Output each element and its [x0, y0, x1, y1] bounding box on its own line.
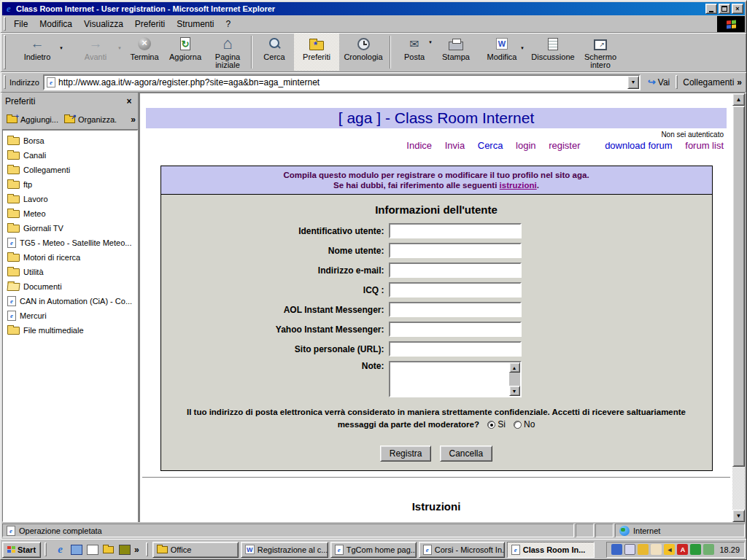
quicklaunch-channels-icon[interactable]: [70, 543, 82, 556]
istruzioni-link[interactable]: istruzioni: [500, 181, 537, 190]
sito-personale-input[interactable]: [389, 341, 522, 357]
mail-button[interactable]: ✉ Posta ▼: [393, 34, 436, 71]
identificativo-utente-input[interactable]: [389, 223, 522, 238]
favorite-item[interactable]: eCAN in Automation (CiA) - Co...: [3, 294, 137, 308]
menu-grip[interactable]: [4, 17, 6, 31]
cancella-button[interactable]: Cancella: [440, 446, 493, 462]
yahoo-messenger-input[interactable]: [389, 322, 522, 337]
task-registrazione[interactable]: W Registrazione al c...: [241, 542, 328, 558]
favorite-item[interactable]: Collegamenti: [3, 163, 137, 177]
print-button[interactable]: Stampa: [436, 34, 476, 71]
start-button[interactable]: Start: [2, 542, 41, 558]
favorite-item[interactable]: Giornali TV: [3, 221, 137, 236]
nav-register[interactable]: register: [549, 140, 580, 151]
nav-invia[interactable]: Invia: [445, 140, 465, 151]
quicklaunch-ie-icon[interactable]: e: [54, 543, 66, 556]
tray-network-icon[interactable]: [703, 544, 714, 555]
discuss-button[interactable]: Discussione: [527, 34, 578, 71]
nav-login[interactable]: login: [516, 140, 535, 151]
nav-download-forum[interactable]: download forum: [605, 140, 673, 151]
scroll-down-icon[interactable]: ▼: [732, 510, 745, 522]
edit-dropdown-icon[interactable]: ▼: [520, 44, 525, 52]
favorite-item[interactable]: Meteo: [3, 206, 137, 221]
fullscreen-button[interactable]: ↗ Schermo intero: [578, 34, 622, 71]
back-dropdown-icon[interactable]: ▼: [59, 44, 63, 52]
menu-file[interactable]: File: [8, 17, 34, 31]
back-button[interactable]: ← Indietro ▼: [8, 34, 66, 71]
menu-help[interactable]: ?: [220, 17, 237, 31]
quicklaunch-folder-icon[interactable]: [102, 543, 115, 556]
page-scrollbar[interactable]: ▲ ▼: [732, 93, 745, 522]
favorite-item[interactable]: Motori di ricerca: [3, 250, 137, 265]
edit-button[interactable]: W Modifica ▼: [476, 34, 527, 71]
aol-messenger-input[interactable]: [389, 302, 522, 317]
stop-button[interactable]: Termina: [125, 34, 164, 71]
add-favorite-button[interactable]: + Aggiungi...: [4, 114, 61, 125]
favorite-item[interactable]: Utilità: [3, 265, 137, 279]
scroll-track[interactable]: [732, 467, 745, 510]
quicklaunch-tv-icon[interactable]: [118, 543, 131, 556]
tray-display-icon[interactable]: [624, 544, 635, 555]
icq-input[interactable]: [389, 282, 522, 298]
task-class-room[interactable]: e Class Room In...: [507, 542, 595, 558]
note-scrollbar[interactable]: ▲ ▼: [509, 362, 520, 396]
address-combo[interactable]: e http://www.aga.it/w-agora/register.php…: [43, 74, 640, 90]
minimize-button[interactable]: [705, 4, 717, 14]
favorite-item[interactable]: Lavoro: [3, 192, 137, 206]
forward-button[interactable]: → Avanti ▼: [66, 34, 125, 71]
scroll-up-icon[interactable]: ▲: [732, 93, 745, 106]
note-scroll-up-icon[interactable]: ▲: [509, 362, 520, 373]
nav-cerca[interactable]: Cerca: [478, 140, 503, 151]
tray-graphics-icon[interactable]: [638, 544, 649, 555]
favorite-item[interactable]: File multimediale: [3, 323, 137, 338]
links-grip[interactable]: [676, 75, 678, 89]
scroll-thumb[interactable]: [732, 106, 745, 467]
task-office[interactable]: Office: [152, 542, 239, 558]
radio-no-label[interactable]: No: [524, 419, 535, 429]
tray-globe-icon[interactable]: [690, 544, 701, 555]
home-button[interactable]: ⌂ Pagina iniziale: [206, 34, 249, 71]
menu-visualizza[interactable]: Visualizza: [78, 17, 129, 31]
address-grip[interactable]: [4, 75, 6, 89]
close-button[interactable]: ×: [732, 4, 743, 14]
registra-button[interactable]: Registra: [380, 446, 432, 462]
refresh-button[interactable]: ↻ Aggiorna: [164, 34, 206, 71]
favorite-item[interactable]: Canali: [3, 148, 137, 163]
go-button[interactable]: ↪ Vai: [643, 75, 674, 89]
favorite-item[interactable]: eTG5 - Meteo - Satellite Meteo...: [3, 236, 137, 250]
tray-ati-icon[interactable]: A: [677, 544, 688, 555]
favorites-button[interactable]: * Preferiti: [294, 34, 339, 71]
nome-utente-input[interactable]: [389, 243, 522, 258]
address-url[interactable]: http://www.aga.it/w-agora/register.php?s…: [58, 77, 627, 88]
nav-forum-list[interactable]: forum list: [685, 140, 724, 151]
history-button[interactable]: Cronologia: [339, 34, 387, 71]
toolbar-grip[interactable]: [4, 35, 6, 69]
search-button[interactable]: Cerca: [255, 34, 294, 71]
mail-dropdown-icon[interactable]: ▼: [428, 39, 433, 47]
tray-pointer-icon[interactable]: [651, 544, 662, 555]
links-chevron-icon[interactable]: »: [737, 77, 742, 88]
organize-favorites-button[interactable]: ↗ Organizza.: [62, 114, 119, 125]
radio-si-label[interactable]: Si: [498, 419, 506, 429]
nav-indice[interactable]: Indice: [406, 140, 432, 151]
restore-button[interactable]: [719, 4, 730, 14]
radio-no[interactable]: [514, 421, 522, 429]
favorite-item[interactable]: Documenti: [3, 279, 137, 294]
forward-dropdown-icon[interactable]: ▼: [117, 44, 122, 52]
note-textarea[interactable]: ▲ ▼: [389, 361, 522, 397]
favorites-chevron-icon[interactable]: »: [131, 114, 136, 125]
quicklaunch-grip[interactable]: [44, 542, 47, 556]
quicklaunch-mail-icon[interactable]: [86, 543, 98, 556]
address-dropdown-icon[interactable]: ▼: [627, 76, 639, 89]
links-toolbar[interactable]: Collegamenti »: [680, 77, 745, 88]
favorite-item[interactable]: Borsa: [3, 133, 137, 148]
favorites-close-icon[interactable]: ×: [123, 96, 135, 106]
quicklaunch-chevron-icon[interactable]: »: [134, 545, 139, 555]
note-scroll-down-icon[interactable]: ▼: [509, 386, 520, 396]
menu-strumenti[interactable]: Strumenti: [171, 17, 220, 31]
task-tgcom[interactable]: e TgCom home pag...: [330, 542, 417, 558]
email-input[interactable]: [389, 262, 522, 278]
tray-scheduler-icon[interactable]: [611, 544, 622, 555]
radio-si[interactable]: [487, 421, 495, 429]
menu-preferiti[interactable]: Preferiti: [129, 17, 171, 31]
